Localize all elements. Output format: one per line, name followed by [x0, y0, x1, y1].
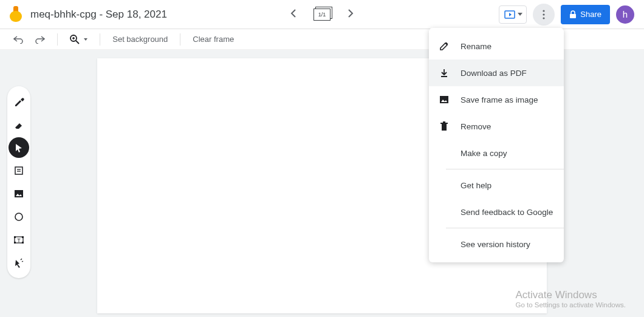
svg-line-20: [21, 259, 22, 260]
svg-line-6: [76, 41, 79, 44]
svg-rect-24: [440, 123, 448, 124]
menu-label: Get help: [461, 181, 492, 190]
menu-get-help[interactable]: Get help: [429, 172, 564, 199]
zoom-button[interactable]: [70, 35, 87, 44]
dropdown-icon: [518, 13, 522, 16]
svg-rect-22: [440, 96, 448, 103]
svg-point-2: [543, 13, 545, 15]
menu-send-feedback[interactable]: Send feedback to Google: [429, 199, 564, 225]
menu-rename[interactable]: Rename: [429, 33, 564, 60]
divider: [100, 33, 100, 46]
menu-label: Rename: [461, 42, 492, 51]
eyedropper-tool[interactable]: [9, 91, 29, 112]
undo-button[interactable]: [13, 35, 23, 44]
svg-rect-23: [442, 124, 447, 131]
menu-download-pdf[interactable]: Download as PDF: [429, 60, 564, 86]
menu-label: See version history: [461, 240, 530, 249]
more-options-menu: Rename Download as PDF Save frame as ima…: [429, 28, 564, 262]
menu-separator: [446, 169, 564, 169]
frame-navigator: 1/1: [290, 9, 354, 21]
note-tool[interactable]: [9, 160, 29, 181]
more-vert-icon: [543, 10, 545, 19]
shape-tool[interactable]: [9, 206, 29, 227]
share-button[interactable]: Share: [561, 5, 610, 24]
menu-remove[interactable]: Remove: [429, 113, 564, 140]
svg-rect-17: [22, 236, 24, 238]
trash-icon: [439, 121, 450, 131]
side-toolbar: T: [7, 86, 30, 278]
menu-make-copy[interactable]: Make a copy: [429, 140, 564, 166]
app-header: meq-bhhk-cpg - Sep 18, 2021 1/1 Share h: [0, 0, 644, 29]
svg-rect-16: [14, 236, 16, 238]
laser-tool[interactable]: [9, 253, 29, 273]
lock-icon: [569, 10, 577, 19]
svg-rect-25: [443, 121, 445, 123]
menu-label: Send feedback to Google: [461, 208, 553, 217]
textbox-tool[interactable]: T: [9, 230, 29, 250]
windows-watermark: Activate Windows Go to Settings to activ…: [515, 289, 626, 308]
account-avatar[interactable]: h: [616, 5, 634, 24]
edit-icon: [439, 41, 450, 51]
present-button[interactable]: [499, 5, 527, 24]
svg-point-1: [543, 10, 545, 12]
menu-label: Save frame as image: [461, 95, 538, 104]
svg-rect-9: [15, 167, 22, 174]
redo-button[interactable]: [35, 35, 45, 44]
pointer-tool[interactable]: [9, 137, 29, 158]
prev-frame-button[interactable]: [290, 9, 296, 20]
svg-rect-19: [22, 242, 24, 244]
eraser-tool[interactable]: [9, 114, 29, 135]
menu-separator: [446, 228, 564, 228]
menu-save-frame[interactable]: Save frame as image: [429, 86, 564, 113]
svg-rect-18: [14, 242, 16, 244]
divider: [180, 33, 180, 46]
divider: [57, 33, 58, 46]
more-options-button[interactable]: [533, 4, 555, 26]
download-icon: [439, 68, 450, 78]
present-icon: [504, 10, 515, 19]
image-tool[interactable]: [9, 183, 29, 204]
clear-frame-button[interactable]: Clear frame: [193, 35, 234, 44]
share-label: Share: [580, 10, 601, 19]
document-title[interactable]: meq-bhhk-cpg - Sep 18, 2021: [30, 9, 167, 21]
set-background-button[interactable]: Set background: [112, 35, 168, 44]
jamboard-logo: [10, 6, 22, 23]
svg-rect-4: [570, 14, 576, 18]
svg-point-3: [543, 17, 545, 19]
image-icon: [439, 95, 450, 104]
next-frame-button[interactable]: [348, 9, 354, 20]
frame-indicator[interactable]: 1/1: [313, 9, 331, 21]
menu-label: Download as PDF: [461, 69, 527, 78]
svg-rect-12: [15, 190, 23, 197]
menu-label: Remove: [461, 122, 491, 131]
menu-version-history[interactable]: See version history: [429, 231, 564, 257]
svg-text:T: T: [17, 237, 21, 244]
svg-point-13: [15, 213, 22, 220]
menu-label: Make a copy: [461, 149, 507, 158]
svg-line-21: [22, 261, 23, 262]
